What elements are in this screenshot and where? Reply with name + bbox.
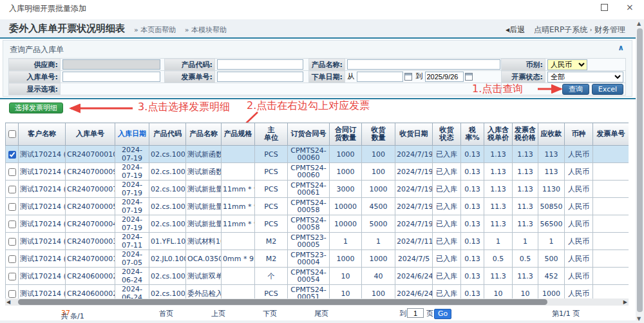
cell-receive-status[interactable]: 已入库 (433, 163, 461, 181)
cell-unit: 个 (255, 268, 288, 285)
module-help-link[interactable]: » 本模块帮助 (185, 26, 227, 34)
cell-receive-status[interactable]: 已入库 (433, 268, 461, 285)
page-help-link[interactable]: » 本页面帮助 (134, 26, 176, 34)
search-form: 供应商: 产品代码: 产品名称: 币别: 人民币 入库单号: 发票单号: 下单日… (8, 58, 626, 95)
cell-invoice-price-tax: 11.3 (513, 215, 538, 233)
horizontal-scrollbar-thumb[interactable] (18, 299, 547, 305)
table-row: 测试170214 (XX)CR2407000032024-07-1101.YFL… (6, 233, 629, 250)
cell-receive-status[interactable]: 已入库 (433, 146, 461, 163)
row-checkbox[interactable] (8, 220, 16, 228)
cell-product-code: 02.cs.100241 (149, 146, 186, 163)
row-checkbox[interactable] (8, 168, 16, 176)
row-checkbox[interactable] (8, 273, 16, 280)
first-page-link[interactable]: 首页 (159, 309, 173, 318)
row-checkbox-cell (6, 285, 19, 299)
last-page-link[interactable]: 尾页 (314, 309, 328, 318)
invoice-status-select[interactable]: 全部 (547, 72, 623, 83)
breadcrumb-system[interactable]: 点晴ERP子系统 (534, 25, 587, 34)
cell-product-spec (222, 268, 255, 285)
excel-button[interactable]: Excel (592, 84, 623, 95)
scroll-left-icon[interactable]: ◀ (6, 299, 10, 306)
cell-receive-date: 2024/7/19 (395, 146, 433, 163)
cell-inbound-date: 2024-07-05 (115, 250, 149, 268)
cell-product-code: 02.JL0.10000 (149, 250, 186, 268)
vertical-scrollbar-thumb[interactable] (637, 28, 643, 312)
cell-order-contract-no: CPMTS24-00054 (288, 268, 330, 285)
cell-product-spec: 0mm * 95m * (222, 250, 255, 268)
cell-contract-qty: 3000 (330, 181, 362, 198)
cell-receive-status[interactable]: 已入库 (433, 285, 461, 299)
cell-order-contract-no: CPMTS23-00005 (288, 233, 330, 250)
col-header-receive-status: 收货 状态 (433, 123, 461, 146)
cell-receive-status[interactable]: 已入库 (433, 250, 461, 268)
table-row: 测试170214 (XX)CR2407000042024-07-1902.cs.… (6, 215, 629, 233)
date-from-input[interactable] (357, 72, 403, 82)
cell-contract-qty: 10 (330, 285, 362, 299)
cell-inbound-date: 2024-07-11 (115, 233, 149, 250)
calendar-icon[interactable] (404, 73, 412, 81)
inbound-no-input[interactable] (62, 72, 160, 82)
supplier-input[interactable] (62, 59, 160, 70)
row-checkbox[interactable] (8, 203, 16, 211)
cell-product-spec (222, 163, 255, 181)
cell-product-code: 02.cs.100246 (149, 198, 186, 215)
breadcrumb-section[interactable]: 财务管理 (594, 25, 625, 34)
cell-receivable: 452 (538, 268, 565, 285)
calendar-icon[interactable] (465, 73, 473, 81)
table-row: 测试170214 (XX)CR2406000022024-06-2402.cs.… (6, 285, 629, 299)
cell-tax-rate: 0.13 (461, 268, 484, 285)
cell-unit: PCS (255, 198, 288, 215)
window-title: 入库明细开票批量添加 (9, 3, 86, 14)
vertical-scrollbar[interactable]: ▲ ▼ (636, 19, 644, 323)
product-code-input[interactable] (217, 59, 303, 70)
cell-tax-rate: 0.13 (461, 233, 484, 250)
scroll-right-icon[interactable]: ▶ (623, 299, 627, 306)
row-checkbox[interactable] (8, 255, 16, 263)
row-checkbox[interactable] (8, 238, 16, 246)
select-invoice-detail-button[interactable]: 选择发票明细 (9, 103, 63, 113)
cell-order-contract-no: CPMTS23-00004 (288, 250, 330, 268)
scroll-up-icon[interactable]: ▲ (637, 21, 641, 26)
row-checkbox-cell (6, 215, 19, 233)
select-all-checkbox[interactable] (8, 130, 16, 138)
cell-receive-status[interactable]: 已入库 (433, 215, 461, 233)
cell-receive-status[interactable]: 已入库 (433, 181, 461, 198)
maximize-icon[interactable] (601, 4, 608, 11)
cell-receive-date: 2024/7/11 (395, 233, 433, 250)
cell-unit-price-tax: 11.3 (484, 268, 513, 285)
cell-received-qty: 1000 (362, 181, 395, 198)
row-checkbox[interactable] (8, 290, 16, 298)
cell-unit-price-tax: 11.3 (484, 215, 513, 233)
invoice-no-input[interactable] (217, 72, 303, 82)
col-header-tax-rate: 税率% (461, 123, 484, 146)
cell-inbound-no: CR240700007 (66, 181, 115, 198)
row-checkbox[interactable] (8, 151, 16, 159)
date-to-input[interactable] (425, 72, 464, 82)
cell-inbound-no: CR240600002 (66, 285, 115, 299)
go-button[interactable]: Go (434, 309, 451, 319)
page-number-input[interactable] (407, 308, 424, 318)
horizontal-scrollbar[interactable]: ◀ ▶ (5, 299, 629, 306)
cell-invoice-no (593, 163, 629, 181)
col-header-receive-date: 收货日期 (395, 123, 433, 146)
product-name-input[interactable] (347, 59, 500, 70)
back-button[interactable]: ◀后退 (506, 25, 525, 34)
query-button[interactable]: 查询 (562, 84, 589, 95)
cell-currency: 人民币 (565, 285, 593, 299)
collapse-icon[interactable]: ∧ (618, 43, 624, 52)
cell-order-contract-no: CPMTS24-00058 (288, 215, 330, 233)
bottom-strip (0, 320, 636, 323)
product-code-label: 产品代码: (165, 59, 215, 71)
cell-invoice-no (593, 181, 629, 198)
next-page-link[interactable]: 下页 (263, 309, 277, 318)
scroll-down-icon[interactable]: ▼ (637, 316, 641, 322)
cell-receive-status[interactable]: 已入库 (433, 233, 461, 250)
cell-receive-status[interactable]: 已入库 (433, 198, 461, 215)
cell-received-qty: 1000 (362, 250, 395, 268)
currency-select[interactable]: 人民币 (547, 59, 587, 70)
prev-page-link[interactable]: 上页 (211, 309, 225, 318)
row-checkbox[interactable] (8, 186, 16, 193)
col-header-inbound-date[interactable]: 入库日期 (115, 123, 149, 146)
cell-invoice-no (593, 198, 629, 215)
close-icon[interactable]: × (626, 4, 634, 11)
